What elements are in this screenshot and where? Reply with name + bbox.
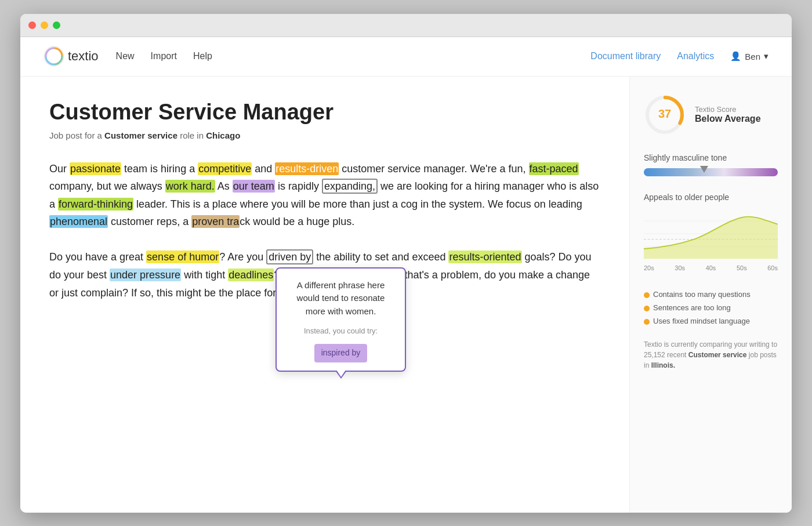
highlight-expanding: expanding, [322,179,378,194]
highlight-passionate: passionate [70,162,121,175]
close-button[interactable] [28,21,36,29]
paragraph-1: Our passionate team is hiring a competit… [49,160,600,231]
footer-role: Customer service [688,351,747,359]
insight-dot-3 [644,319,650,325]
subtitle-role: Customer service [104,130,177,140]
chevron-down-icon: ▾ [764,51,768,61]
nav-new[interactable]: New [116,51,135,61]
tone-section: Slightly masculine tone [644,153,778,176]
svg-text:37: 37 [658,107,671,120]
insight-text-1: Contains too many questions [653,290,751,299]
svg-point-0 [45,47,63,66]
highlight-our-team: our team [233,180,275,193]
tooltip-main-text: A different phrase here would tend to re… [286,279,396,318]
appeals-label: Appeals to older people [644,193,778,202]
highlight-fast-paced: fast-paced [529,162,579,175]
document-body[interactable]: Our passionate team is hiring a competit… [49,160,600,302]
score-section: 37 Textio Score Below Average [644,94,778,136]
highlight-proven-track: proven tra [191,215,240,228]
nav-analytics[interactable]: Analytics [677,51,714,61]
user-name: Ben [745,52,760,61]
highlight-driven-by[interactable]: driven by [266,249,313,264]
tone-label: Slightly masculine tone [644,153,778,162]
highlight-results-oriented: results-oriented [448,251,521,263]
highlight-deadlines: deadlines [228,269,274,281]
nav-help[interactable]: Help [193,51,212,61]
logo-text: textio [68,49,99,64]
nav-import[interactable]: Import [151,51,177,61]
tone-marker [700,166,708,173]
app-window: textio New Import Help Document library … [20,14,792,513]
navbar: textio New Import Help Document library … [20,37,792,77]
score-label: Textio Score [695,105,761,114]
subtitle-prefix: Job post [49,130,82,140]
score-sublabel: Below Average [695,114,761,124]
user-icon: 👤 [730,51,741,61]
appeals-chart [644,208,778,260]
nav-right: Document library Analytics 👤 Ben ▾ [590,51,768,61]
insight-text-2: Sentences are too long [653,303,731,312]
app-content: textio New Import Help Document library … [20,37,792,513]
document-subtitle: Job post for a Customer service role in … [49,130,600,140]
appeals-labels: 20s 30s 40s 50s 60s [644,264,778,271]
tone-bar [644,168,778,176]
appeals-section: Appeals to older people 20s [644,193,778,271]
age-60s: 60s [767,264,778,271]
score-info: Textio Score Below Average [695,105,761,124]
sidebar-footer: Textio is currently comparing your writi… [644,339,778,371]
age-40s: 40s [706,264,716,271]
tooltip-suggestion[interactable]: inspired by [314,344,368,362]
score-circle-chart: 37 [644,94,686,136]
tooltip-popup: A different phrase here would tend to re… [276,267,406,372]
tooltip-arrow-inner [336,370,346,377]
insight-text-3: Uses fixed mindset language [653,317,750,325]
highlight-work-hard: work hard. [165,180,215,193]
doc-area[interactable]: Customer Service Manager Job post for a … [20,77,629,513]
main-area: Customer Service Manager Job post for a … [20,77,792,513]
logo[interactable]: textio [44,46,99,67]
highlight-results-driven: results-driven [275,162,339,175]
highlight-under-pressure: under pressure [110,269,181,281]
sidebar: 37 Textio Score Below Average Slightly m… [629,77,792,513]
maximize-button[interactable] [53,21,60,29]
nav-document-library[interactable]: Document library [590,51,661,61]
insight-2: Sentences are too long [644,301,778,314]
subtitle-location: Chicago [206,130,240,140]
insight-dot-1 [644,292,650,298]
insight-dot-2 [644,306,650,311]
minimize-button[interactable] [41,21,48,29]
titlebar [20,14,792,37]
highlight-sense-of-humor: sense of humor [146,251,219,263]
logo-icon [44,46,64,67]
footer-location: Illinois. [651,361,675,369]
document-title: Customer Service Manager [49,100,600,125]
insight-1: Contains too many questions [644,288,778,301]
age-50s: 50s [737,264,747,271]
highlight-competitive: competitive [198,162,252,175]
insights-list: Contains too many questions Sentences ar… [644,288,778,328]
age-20s: 20s [644,264,654,271]
highlight-phenomenal: phenomenal [49,215,108,228]
insight-3: Uses fixed mindset language [644,314,778,328]
nav-links: New Import Help [116,51,212,61]
tooltip-try-label: Instead, you could try: [286,325,396,338]
user-menu[interactable]: 👤 Ben ▾ [730,51,768,61]
highlight-forward-thinking: forward-thinking [58,198,133,211]
age-30s: 30s [675,264,685,271]
